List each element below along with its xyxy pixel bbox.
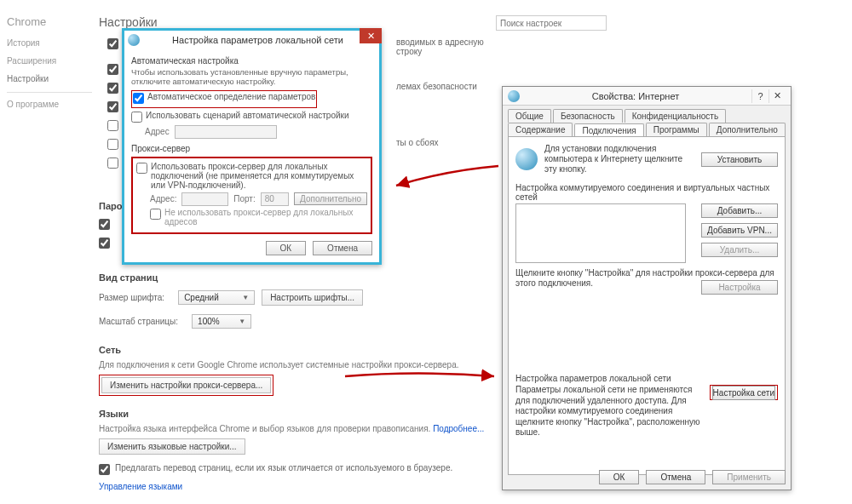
caret-down-icon: ▼: [239, 318, 245, 325]
inet-dialog-title: Свойства: Интернет: [520, 91, 751, 101]
pass-chk-1[interactable]: [99, 219, 110, 230]
font-size-select[interactable]: Средний▼: [178, 290, 255, 305]
close-button[interactable]: ✕: [360, 28, 382, 43]
use-script-label: Использовать сценарий автоматической нас…: [146, 111, 349, 120]
add-vpn-button[interactable]: Добавить VPN...: [701, 223, 778, 238]
change-lang-button[interactable]: Изменить языковые настройки...: [99, 438, 245, 455]
translate-checkbox[interactable]: [99, 464, 110, 475]
translate-label: Предлагать перевод страниц, если их язык…: [115, 463, 452, 472]
zoom-select[interactable]: 100%▼: [192, 314, 251, 329]
chrome-brand: Chrome: [7, 15, 92, 28]
opt-check-4[interactable]: [107, 101, 118, 112]
add-button[interactable]: Добавить...: [701, 203, 778, 218]
inet-cancel-button[interactable]: Отмена: [646, 470, 705, 484]
nav-extensions[interactable]: Расширения: [7, 56, 92, 66]
languages-more-link[interactable]: Подробнее...: [433, 424, 484, 433]
change-proxy-button[interactable]: Изменить настройки прокси-сервера...: [101, 377, 271, 393]
tab-security[interactable]: Безопасность: [553, 109, 623, 123]
pass-chk-2[interactable]: [99, 238, 110, 249]
arrow-annotation: [388, 162, 507, 198]
auto-detect-label: Автоматическое определение параметров: [147, 92, 315, 101]
close-button[interactable]: ✕: [769, 89, 786, 103]
lan-settings-dialog: Настройка параметров локальной сети ✕ Ав…: [122, 28, 382, 265]
proxy-address-input[interactable]: [181, 192, 228, 206]
stub-1: вводимых в адресную строку: [396, 37, 491, 56]
proxy-header: Прокси-сервер: [131, 144, 372, 153]
bypass-local-label: Не использовать прокси-сервер для локаль…: [164, 208, 367, 226]
use-proxy-checkbox[interactable]: [136, 163, 147, 174]
tab-connections[interactable]: Подключения: [574, 123, 643, 137]
internet-options-dialog: Свойства: Интернет ? ✕ Общие Безопасност…: [502, 86, 792, 490]
auto-detect-checkbox[interactable]: [133, 93, 144, 104]
opt-check-3[interactable]: [107, 83, 118, 94]
stub-3: ты о сбоях: [396, 138, 439, 147]
opt-check-7[interactable]: [107, 158, 118, 169]
dialup-header: Настройка коммутируемого соединения и ви…: [515, 183, 778, 202]
languages-header: Языки: [99, 409, 491, 419]
nav-settings[interactable]: Настройки: [7, 74, 92, 83]
tab-privacy[interactable]: Конфиденциальность: [625, 109, 726, 123]
lan-dialog-title: Настройка параметров локальной сети: [140, 35, 376, 45]
appearance-header: Вид страниц: [99, 272, 474, 283]
auto-config-help: Чтобы использовать установленные вручную…: [131, 67, 372, 87]
customize-fonts-button[interactable]: Настроить шрифты...: [262, 289, 363, 306]
proxy-port-label: Порт:: [233, 194, 255, 203]
globe-icon: [515, 148, 538, 170]
settings-title: Настройки: [99, 15, 491, 29]
settings-search-input[interactable]: [496, 15, 607, 31]
setup-button[interactable]: Установить: [701, 152, 778, 167]
lan-settings-button[interactable]: Настройка сети: [712, 386, 775, 400]
use-proxy-label: Использовать прокси-сервер для локальных…: [151, 162, 367, 190]
globe-icon: [128, 34, 140, 46]
stub-2: лемах безопасности: [396, 82, 477, 91]
manage-languages-link[interactable]: Управление языками: [99, 482, 491, 491]
font-size-label: Размер шрифта:: [99, 293, 164, 302]
setup-text: Для установки подключения компьютера к И…: [544, 144, 694, 175]
opt-check-1[interactable]: [107, 38, 118, 49]
tab-general[interactable]: Общие: [508, 109, 551, 123]
nav-history[interactable]: История: [7, 38, 92, 48]
inet-ok-button[interactable]: ОК: [599, 470, 640, 484]
opt-check-6[interactable]: [107, 139, 118, 150]
arrow-annotation: [341, 366, 503, 393]
auto-config-header: Автоматическая настройка: [131, 56, 372, 66]
globe-icon: [508, 90, 520, 102]
lan-cancel-button[interactable]: Отмена: [313, 241, 372, 255]
caret-down-icon: ▼: [242, 294, 249, 301]
bypass-local-checkbox[interactable]: [150, 209, 161, 220]
lan-settings-header: Настройка параметров локальной сети: [515, 374, 778, 383]
nav-about[interactable]: О программе: [7, 100, 92, 109]
connections-listbox[interactable]: [515, 203, 686, 263]
languages-desc: Настройка языка интерфейса Chrome и выбо…: [99, 424, 491, 433]
lan-settings-help: Параметры локальной сети не применяются …: [515, 385, 703, 438]
conn-settings-button[interactable]: Настройка: [701, 280, 778, 295]
lan-ok-button[interactable]: ОК: [266, 241, 307, 255]
inet-apply-button[interactable]: Применить: [712, 470, 786, 484]
use-script-checkbox[interactable]: [131, 112, 142, 123]
tab-advanced[interactable]: Дополнительно: [709, 123, 786, 136]
zoom-label: Масштаб страницы:: [99, 317, 178, 326]
opt-check-2[interactable]: [107, 64, 118, 75]
script-address-label: Адрес: [145, 127, 170, 136]
proxy-port-input[interactable]: 80: [261, 192, 289, 206]
tab-programs[interactable]: Программы: [646, 123, 707, 136]
proxy-advanced-button[interactable]: Дополнительно: [294, 192, 367, 205]
opt-check-5[interactable]: [107, 120, 118, 131]
remove-button[interactable]: Удалить...: [701, 243, 778, 257]
network-header: Сеть: [99, 345, 482, 355]
script-address-input[interactable]: [175, 125, 277, 139]
proxy-address-label: Адрес:: [150, 194, 176, 203]
tab-content[interactable]: Содержание: [508, 123, 573, 136]
help-button[interactable]: ?: [751, 89, 769, 103]
